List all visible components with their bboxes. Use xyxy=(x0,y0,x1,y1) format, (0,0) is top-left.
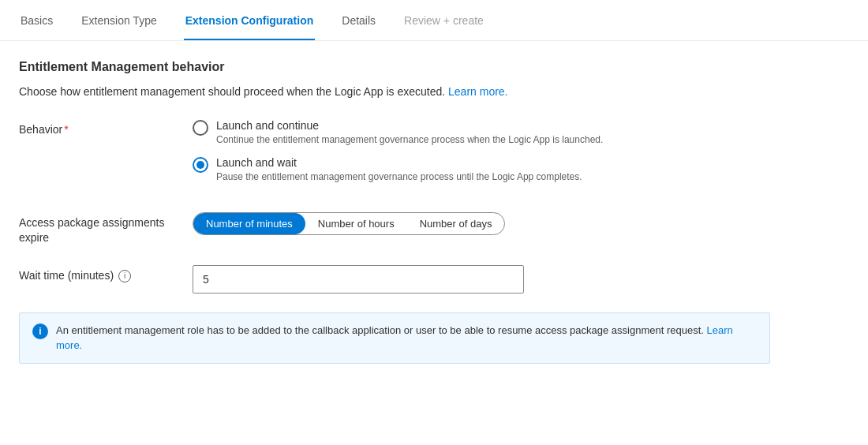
radio-launch-continue[interactable]: Launch and continue Continue the entitle… xyxy=(193,119,745,147)
nav-tabs: Basics Extension Type Extension Configur… xyxy=(0,0,868,41)
section-title: Entitlement Management behavior xyxy=(19,60,770,74)
wait-time-label: Wait time (minutes) i xyxy=(19,265,193,284)
tab-extension-config[interactable]: Extension Configuration xyxy=(184,0,316,40)
tab-extension-type[interactable]: Extension Type xyxy=(80,0,158,40)
radio-circle-launch-continue[interactable] xyxy=(193,120,208,136)
tab-review-create: Review + create xyxy=(402,0,485,40)
tab-details[interactable]: Details xyxy=(340,0,377,40)
toggle-days[interactable]: Number of days xyxy=(407,213,505,234)
behavior-options: Launch and continue Continue the entitle… xyxy=(193,119,745,193)
required-star: * xyxy=(64,123,68,136)
wait-time-input[interactable] xyxy=(193,265,524,294)
main-content: Entitlement Management behavior Choose h… xyxy=(0,41,789,383)
radio-label-launch-continue: Launch and continue xyxy=(216,119,603,132)
description-learn-more-link[interactable]: Learn more. xyxy=(448,85,507,98)
radio-label-launch-wait: Launch and wait xyxy=(216,156,582,169)
info-banner: i An entitlement management role has to … xyxy=(19,312,770,364)
behavior-label: Behavior* xyxy=(19,119,193,138)
access-package-form-row: Access package assignments expire Number… xyxy=(19,212,770,246)
radio-desc-launch-continue: Continue the entitlement management gove… xyxy=(216,133,603,147)
access-package-label: Access package assignments expire xyxy=(19,212,193,246)
tab-basics[interactable]: Basics xyxy=(19,0,54,40)
expire-toggle-group: Number of minutes Number of hours Number… xyxy=(193,212,505,235)
radio-desc-launch-wait: Pause the entitlement management governa… xyxy=(216,170,582,184)
wait-time-info-icon[interactable]: i xyxy=(118,270,131,282)
info-icon: i xyxy=(32,323,48,339)
wait-time-input-container xyxy=(193,265,745,294)
info-banner-text: An entitlement management role has to be… xyxy=(56,323,757,353)
behavior-form-row: Behavior* Launch and continue Continue t… xyxy=(19,119,770,193)
toggle-group-container: Number of minutes Number of hours Number… xyxy=(193,212,745,235)
toggle-minutes[interactable]: Number of minutes xyxy=(193,213,305,234)
radio-launch-wait[interactable]: Launch and wait Pause the entitlement ma… xyxy=(193,156,745,184)
toggle-hours[interactable]: Number of hours xyxy=(305,213,407,234)
radio-circle-launch-wait[interactable] xyxy=(193,157,208,173)
description-text: Choose how entitlement management should… xyxy=(19,84,770,100)
wait-time-form-row: Wait time (minutes) i xyxy=(19,265,770,294)
